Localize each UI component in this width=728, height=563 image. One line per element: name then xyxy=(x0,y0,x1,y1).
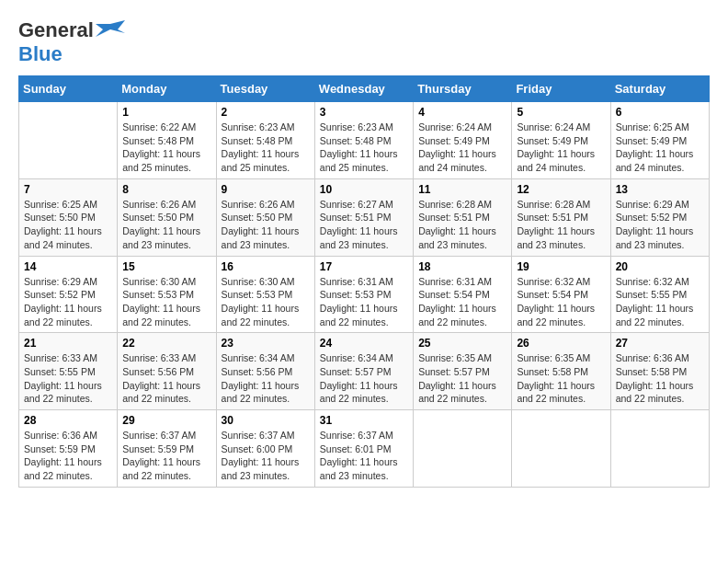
daylight-info: Daylight: 11 hours xyxy=(122,456,200,467)
day-number: 12 xyxy=(517,183,605,196)
calendar-day-cell: 29Sunrise: 6:37 AMSunset: 5:59 PMDayligh… xyxy=(118,410,216,488)
daylight-info: and 22 minutes. xyxy=(24,393,93,404)
daylight-info: and 22 minutes. xyxy=(24,316,93,327)
calendar-day-cell: 6Sunrise: 6:25 AMSunset: 5:49 PMDaylight… xyxy=(610,102,709,179)
sunset-info: Sunset: 5:49 PM xyxy=(418,135,490,146)
day-info: Sunrise: 6:28 AMSunset: 5:51 PMDaylight:… xyxy=(517,198,605,252)
page-header: General Blue xyxy=(18,18,710,66)
calendar-day-cell: 10Sunrise: 6:27 AMSunset: 5:51 PMDayligh… xyxy=(314,178,413,256)
day-info: Sunrise: 6:30 AMSunset: 5:53 PMDaylight:… xyxy=(222,275,310,329)
day-number: 20 xyxy=(616,260,704,273)
sunset-info: Sunset: 5:53 PM xyxy=(122,289,194,300)
daylight-info: Daylight: 11 hours xyxy=(222,303,300,314)
day-number: 7 xyxy=(24,183,112,196)
sunset-info: Sunset: 5:51 PM xyxy=(320,212,392,223)
calendar-day-cell: 28Sunrise: 6:36 AMSunset: 5:59 PMDayligh… xyxy=(19,410,118,488)
calendar-day-cell: 2Sunrise: 6:23 AMSunset: 5:48 PMDaylight… xyxy=(216,102,314,179)
calendar-day-cell: 25Sunrise: 6:35 AMSunset: 5:57 PMDayligh… xyxy=(414,333,512,410)
sunrise-info: Sunrise: 6:26 AM xyxy=(222,199,295,210)
day-info: Sunrise: 6:27 AMSunset: 5:51 PMDaylight:… xyxy=(320,198,408,252)
sunrise-info: Sunrise: 6:34 AM xyxy=(222,352,295,363)
sunrise-info: Sunrise: 6:37 AM xyxy=(320,430,393,441)
sunrise-info: Sunrise: 6:32 AM xyxy=(517,276,590,287)
sunset-info: Sunset: 5:54 PM xyxy=(418,289,490,300)
daylight-info: and 24 minutes. xyxy=(418,162,487,173)
calendar-day-cell: 17Sunrise: 6:31 AMSunset: 5:53 PMDayligh… xyxy=(314,256,413,333)
daylight-info: Daylight: 11 hours xyxy=(517,303,595,314)
daylight-info: Daylight: 11 hours xyxy=(320,303,398,314)
daylight-info: Daylight: 11 hours xyxy=(616,380,694,391)
sunset-info: Sunset: 5:49 PM xyxy=(517,135,588,146)
sunset-info: Sunset: 5:50 PM xyxy=(222,212,293,223)
sunset-info: Sunset: 5:50 PM xyxy=(122,212,194,223)
daylight-info: Daylight: 11 hours xyxy=(517,148,595,159)
sunset-info: Sunset: 5:56 PM xyxy=(122,366,194,377)
daylight-info: Daylight: 11 hours xyxy=(122,380,200,391)
daylight-info: Daylight: 11 hours xyxy=(616,225,694,236)
day-info: Sunrise: 6:30 AMSunset: 5:53 PMDaylight:… xyxy=(122,275,210,329)
sunset-info: Sunset: 5:55 PM xyxy=(24,366,96,377)
day-number: 30 xyxy=(222,414,310,427)
sunset-info: Sunset: 5:57 PM xyxy=(418,366,490,377)
sunrise-info: Sunrise: 6:30 AM xyxy=(222,276,295,287)
day-info: Sunrise: 6:33 AMSunset: 5:55 PMDaylight:… xyxy=(24,351,112,406)
svg-marker-0 xyxy=(96,20,125,37)
sunset-info: Sunset: 5:59 PM xyxy=(122,443,194,454)
daylight-info: and 22 minutes. xyxy=(222,393,290,404)
sunset-info: Sunset: 5:50 PM xyxy=(24,212,96,223)
daylight-info: and 23 minutes. xyxy=(320,239,389,250)
day-info: Sunrise: 6:29 AMSunset: 5:52 PMDaylight:… xyxy=(24,275,112,329)
daylight-info: and 22 minutes. xyxy=(517,393,586,404)
sunrise-info: Sunrise: 6:30 AM xyxy=(122,276,196,287)
daylight-info: and 22 minutes. xyxy=(24,470,93,481)
sunrise-info: Sunrise: 6:35 AM xyxy=(517,352,590,363)
day-info: Sunrise: 6:31 AMSunset: 5:54 PMDaylight:… xyxy=(418,275,506,329)
sunset-info: Sunset: 5:48 PM xyxy=(320,135,392,146)
sunrise-info: Sunrise: 6:34 AM xyxy=(320,352,393,363)
daylight-info: and 22 minutes. xyxy=(122,316,191,327)
day-number: 10 xyxy=(320,183,408,196)
sunset-info: Sunset: 5:51 PM xyxy=(418,212,490,223)
daylight-info: Daylight: 11 hours xyxy=(24,380,102,391)
day-info: Sunrise: 6:36 AMSunset: 5:58 PMDaylight:… xyxy=(616,351,704,406)
calendar-week-row: 21Sunrise: 6:33 AMSunset: 5:55 PMDayligh… xyxy=(19,333,710,410)
daylight-info: and 25 minutes. xyxy=(222,162,290,173)
sunset-info: Sunset: 5:53 PM xyxy=(320,289,392,300)
day-info: Sunrise: 6:36 AMSunset: 5:59 PMDaylight:… xyxy=(24,429,112,483)
day-info: Sunrise: 6:26 AMSunset: 5:50 PMDaylight:… xyxy=(222,198,310,252)
sunset-info: Sunset: 5:48 PM xyxy=(222,135,293,146)
day-number: 28 xyxy=(24,414,112,427)
logo-blue: Blue xyxy=(18,42,63,65)
day-info: Sunrise: 6:35 AMSunset: 5:58 PMDaylight:… xyxy=(517,351,605,406)
daylight-info: Daylight: 11 hours xyxy=(222,225,300,236)
day-number: 15 xyxy=(122,260,210,273)
day-number: 23 xyxy=(222,337,310,350)
sunset-info: Sunset: 5:53 PM xyxy=(222,289,293,300)
calendar-day-cell: 4Sunrise: 6:24 AMSunset: 5:49 PMDaylight… xyxy=(414,102,512,179)
day-info: Sunrise: 6:22 AMSunset: 5:48 PMDaylight:… xyxy=(122,121,210,175)
day-number: 21 xyxy=(24,337,112,350)
sunrise-info: Sunrise: 6:35 AM xyxy=(418,352,492,363)
calendar-week-row: 7Sunrise: 6:25 AMSunset: 5:50 PMDaylight… xyxy=(19,178,710,256)
sunrise-info: Sunrise: 6:24 AM xyxy=(517,121,590,132)
daylight-info: and 22 minutes. xyxy=(517,316,586,327)
daylight-info: Daylight: 11 hours xyxy=(222,456,300,467)
day-number: 31 xyxy=(320,414,408,427)
day-info: Sunrise: 6:24 AMSunset: 5:49 PMDaylight:… xyxy=(418,121,506,175)
daylight-info: Daylight: 11 hours xyxy=(122,148,200,159)
sunrise-info: Sunrise: 6:28 AM xyxy=(418,199,492,210)
daylight-info: Daylight: 11 hours xyxy=(418,148,496,159)
calendar-day-cell: 7Sunrise: 6:25 AMSunset: 5:50 PMDaylight… xyxy=(19,178,118,256)
day-info: Sunrise: 6:26 AMSunset: 5:50 PMDaylight:… xyxy=(122,198,210,252)
daylight-info: Daylight: 11 hours xyxy=(320,225,398,236)
daylight-info: and 22 minutes. xyxy=(320,393,389,404)
daylight-info: Daylight: 11 hours xyxy=(418,380,496,391)
daylight-info: and 22 minutes. xyxy=(320,316,389,327)
sunrise-info: Sunrise: 6:32 AM xyxy=(616,276,689,287)
daylight-info: and 24 minutes. xyxy=(616,162,685,173)
sunset-info: Sunset: 5:55 PM xyxy=(616,289,688,300)
day-number: 5 xyxy=(517,106,605,119)
daylight-info: Daylight: 11 hours xyxy=(418,225,496,236)
calendar-day-cell: 27Sunrise: 6:36 AMSunset: 5:58 PMDayligh… xyxy=(610,333,709,410)
day-info: Sunrise: 6:28 AMSunset: 5:51 PMDaylight:… xyxy=(418,198,506,252)
